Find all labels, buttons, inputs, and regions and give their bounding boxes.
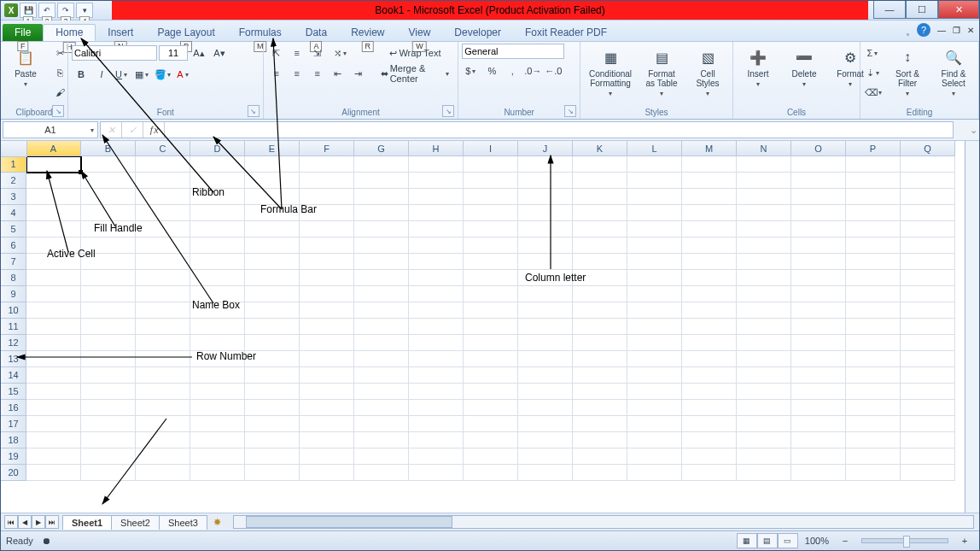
format-painter-button[interactable]: 🖌 — [50, 83, 69, 102]
decrease-indent-button[interactable]: ⇤ — [329, 64, 347, 83]
cell[interactable] — [409, 400, 464, 416]
cell[interactable] — [901, 367, 955, 384]
cell[interactable] — [354, 189, 409, 205]
cell[interactable] — [354, 448, 409, 465]
cell[interactable] — [627, 189, 682, 205]
cell[interactable] — [464, 384, 518, 400]
cell[interactable] — [300, 270, 354, 286]
cell[interactable] — [627, 270, 682, 286]
clipboard-dialog-launcher[interactable]: ↘ — [52, 105, 64, 117]
cell[interactable] — [245, 221, 300, 237]
cell[interactable] — [190, 254, 245, 270]
sheet-tab[interactable]: Sheet1 — [62, 515, 112, 530]
cell[interactable] — [300, 432, 354, 448]
cell[interactable] — [81, 270, 136, 286]
tab-foxit-reader-pdf[interactable]: Foxit Reader PDF — [513, 24, 619, 41]
cell[interactable] — [136, 384, 190, 400]
tab-developer[interactable]: Developer — [442, 24, 513, 41]
cell[interactable] — [573, 173, 627, 189]
cell[interactable] — [573, 448, 627, 465]
cell[interactable] — [245, 254, 300, 270]
cell[interactable] — [464, 432, 518, 448]
sheet-tab[interactable]: Sheet3 — [159, 515, 207, 530]
cell[interactable] — [190, 384, 245, 400]
cell[interactable] — [81, 302, 136, 319]
cell[interactable] — [573, 384, 627, 400]
cell[interactable] — [136, 432, 190, 448]
cell[interactable] — [682, 432, 737, 448]
align-left-button[interactable]: ≡ — [267, 64, 286, 83]
font-name-combo[interactable] — [72, 45, 157, 61]
cell[interactable] — [354, 432, 409, 448]
cell[interactable] — [81, 156, 136, 173]
cell[interactable] — [409, 302, 464, 319]
cell[interactable] — [791, 302, 846, 319]
cell[interactable] — [627, 237, 682, 254]
cell[interactable] — [627, 221, 682, 237]
column-header[interactable]: Q — [901, 141, 955, 156]
cell[interactable] — [300, 221, 354, 237]
cell[interactable] — [81, 367, 136, 384]
align-top-button[interactable]: ⇱ — [267, 44, 286, 62]
zoom-level[interactable]: 100% — [805, 536, 829, 546]
cell[interactable] — [136, 302, 190, 319]
cell[interactable] — [409, 367, 464, 384]
cell[interactable] — [300, 351, 354, 367]
cell[interactable] — [682, 221, 737, 237]
clear-button[interactable]: ⌫▾ — [864, 83, 883, 102]
cell[interactable] — [409, 237, 464, 254]
cell[interactable] — [846, 432, 901, 448]
cell[interactable] — [409, 335, 464, 351]
cell[interactable] — [245, 416, 300, 432]
tab-insert[interactable]: InsertN — [96, 24, 145, 41]
zoom-slider[interactable] — [861, 538, 948, 543]
cell[interactable] — [846, 205, 901, 221]
cell[interactable] — [81, 173, 136, 189]
cell[interactable] — [627, 400, 682, 416]
qat-save-button[interactable]: 💾1 — [20, 3, 37, 18]
cell[interactable] — [354, 400, 409, 416]
prev-sheet-button[interactable]: ◀ — [18, 515, 32, 529]
cell[interactable] — [136, 465, 190, 481]
cell[interactable] — [190, 205, 245, 221]
insert-cells-button[interactable]: ➕Insert▾ — [737, 44, 779, 91]
cell[interactable] — [846, 189, 901, 205]
vertical-scrollbar[interactable] — [965, 141, 979, 513]
cell[interactable] — [682, 286, 737, 302]
select-all-corner[interactable] — [1, 141, 27, 157]
fill-button[interactable]: ⇣▾ — [864, 63, 883, 82]
cell[interactable] — [518, 400, 573, 416]
row-header[interactable]: 20 — [1, 465, 26, 481]
insert-function-button[interactable]: ƒx — [143, 122, 165, 138]
cell[interactable] — [300, 465, 354, 481]
cell[interactable] — [573, 189, 627, 205]
qat-custom-button[interactable]: ▾4 — [76, 3, 93, 18]
wrap-text-button[interactable]: ↩ Wrap Text — [376, 44, 455, 62]
cell[interactable] — [901, 156, 955, 173]
enter-formula-button[interactable]: ✓ — [122, 122, 143, 138]
cell[interactable] — [791, 237, 846, 254]
cell[interactable] — [737, 335, 791, 351]
cell[interactable] — [136, 156, 190, 173]
expand-formula-bar-button[interactable]: ⌄ — [967, 125, 979, 136]
cell[interactable] — [901, 237, 955, 254]
conditional-formatting-button[interactable]: ▦Conditional Formatting▾ — [584, 44, 637, 101]
cell[interactable] — [26, 189, 81, 205]
tab-view[interactable]: ViewW — [397, 24, 443, 41]
cell-styles-button[interactable]: ▧Cell Styles▾ — [686, 44, 729, 101]
cell[interactable] — [81, 335, 136, 351]
formula-input[interactable] — [165, 123, 953, 137]
cell[interactable] — [791, 448, 846, 465]
tab-formulas[interactable]: FormulasM — [227, 24, 294, 41]
cell[interactable] — [300, 254, 354, 270]
cell[interactable] — [464, 156, 518, 173]
underline-button[interactable]: U▾ — [113, 65, 131, 84]
cell[interactable] — [791, 221, 846, 237]
cell[interactable] — [901, 173, 955, 189]
cell[interactable] — [573, 400, 627, 416]
cell[interactable] — [81, 286, 136, 302]
cell[interactable] — [464, 416, 518, 432]
cell[interactable] — [682, 254, 737, 270]
cell[interactable] — [682, 465, 737, 481]
row-header[interactable]: 17 — [1, 416, 26, 432]
